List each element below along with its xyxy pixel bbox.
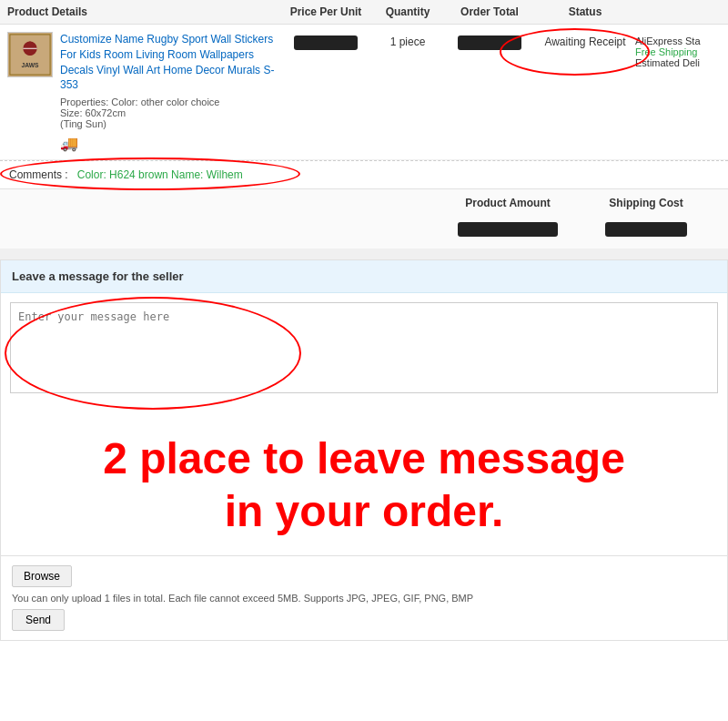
send-button[interactable]: Send [12,609,65,631]
table-header: Product Details Price Per Unit Quantity … [0,0,728,25]
estimated-delivery: Estimated Deli [635,57,721,68]
truck-icon: 🚚 [60,135,78,152]
product-column: JAWS Customize Name Rugby Sport Wall Sti… [7,32,280,152]
table-row: JAWS Customize Name Rugby Sport Wall Sti… [0,25,728,160]
upload-section: Browse You can only upload 1 files in to… [1,555,727,640]
summary-shipping-label: Shipping Cost [571,197,721,209]
free-shipping-label: Free Shipping [635,46,721,57]
prop-seller: (Ting Sun) [60,118,280,129]
status-value: Awaiting Receipt [535,36,635,48]
message-section-header: Leave a message for the seller [1,260,727,293]
total-bar [458,36,521,50]
summary-amount-label: Product Amount [444,197,571,209]
product-props: Properties: Color: other color choice Si… [60,96,280,129]
product-title-link[interactable]: Customize Name Rugby Sport Wall Stickers… [60,33,274,91]
sv-spacer [7,222,444,239]
aliexpress-status: AliExpress Sta [635,36,721,46]
comments-label: Comments : [9,168,68,181]
col-header-status: Status [535,5,635,18]
col-header-product: Product Details [7,5,280,18]
summary-header-row: Product Amount Shipping Cost [0,188,728,217]
col-header-price: Price Per Unit [280,5,371,18]
comments-row: Comments : Color: H624 brown Name: Wilhe… [0,160,728,188]
summary-values-row [0,217,728,249]
message-body [1,293,727,405]
col-header-qty: Quantity [371,5,444,18]
total-column [444,32,535,50]
message-textarea[interactable] [10,302,718,393]
shipping-bar [605,222,687,237]
col-header-total: Order Total [444,5,535,18]
browse-button[interactable]: Browse [12,565,72,587]
quantity-value: 1 piece [390,36,426,48]
annotation-overlay: 2 place to leave message in your order. [1,405,727,555]
amount-bar [458,222,558,237]
annotation-line1: 2 place to leave message [10,432,718,485]
status-column: Awaiting Receipt [535,32,635,48]
upload-note: You can only upload 1 files in total. Ea… [12,593,716,604]
sv-shipping-value [571,222,721,239]
extra-column: AliExpress Sta Free Shipping Estimated D… [635,32,721,68]
svg-text:JAWS: JAWS [21,62,39,68]
annotation-line2: in your order. [10,485,718,538]
price-column [280,32,371,50]
price-bar [294,36,358,50]
col-header-extra [635,5,721,18]
summary-spacer [7,197,444,209]
section-divider [0,249,728,259]
prop-color: Properties: Color: other color choice [60,96,280,107]
product-info: Customize Name Rugby Sport Wall Stickers… [60,32,280,152]
comments-value: Color: H624 brown Name: Wilhem [77,168,243,181]
message-section: Leave a message for the seller 2 place t… [0,259,728,641]
prop-size: Size: 60x72cm [60,107,280,118]
sv-amount-value [444,222,571,239]
product-image: JAWS [7,32,53,77]
quantity-column: 1 piece [371,32,444,48]
